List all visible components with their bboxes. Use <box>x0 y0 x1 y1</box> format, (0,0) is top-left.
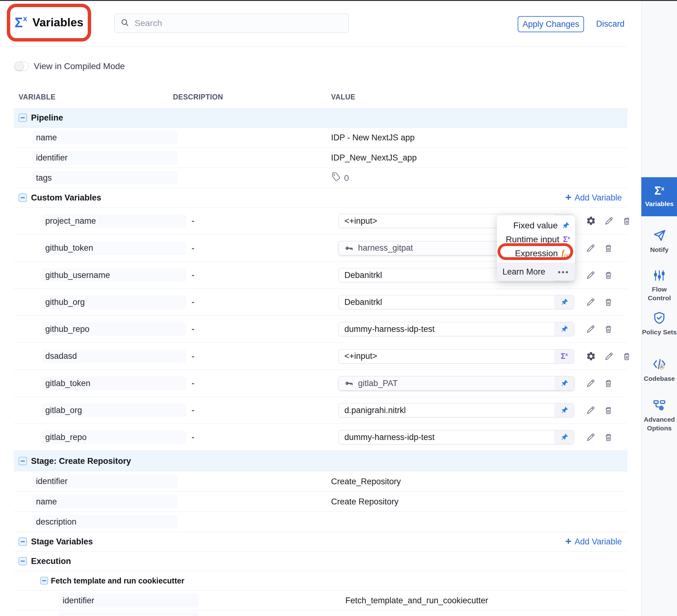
table-row: identifier Create_Repository <box>14 471 627 492</box>
table-row: gitlab_token - gitlab_PAT <box>14 370 627 397</box>
description-dash: - <box>191 297 194 307</box>
collapse-icon[interactable] <box>18 194 27 202</box>
edit-icon[interactable] <box>586 433 595 442</box>
gear-icon[interactable] <box>586 216 596 226</box>
delete-icon[interactable] <box>603 379 613 388</box>
delete-icon[interactable] <box>603 243 613 253</box>
variable-name-chip: gitlab_token <box>42 376 186 390</box>
sliders-icon <box>653 269 666 282</box>
learn-more-item[interactable]: Learn More ••• <box>497 263 575 281</box>
section-label: Stage Variables <box>31 537 93 547</box>
edit-icon[interactable] <box>586 243 595 253</box>
delete-icon[interactable] <box>622 216 631 226</box>
collapse-icon[interactable] <box>18 113 27 122</box>
section-row-stage: Stage: Create Repository <box>14 451 627 471</box>
menu-item-expression[interactable]: Expression f(x) <box>497 246 575 260</box>
sidebar-item-policy-sets[interactable]: Policy Sets <box>641 311 677 336</box>
value-input[interactable]: Debanitrkl <box>338 295 574 309</box>
variable-value: Create_Repository <box>331 477 401 486</box>
section-label: Custom Variables <box>31 193 101 203</box>
collapse-icon[interactable] <box>18 537 27 546</box>
edit-icon[interactable] <box>586 406 595 415</box>
variable-name-chip: name <box>32 131 178 144</box>
value-input[interactable]: d.panigrahi.nitrkl <box>338 403 574 417</box>
add-variable-button[interactable]: +Add Variable <box>566 536 622 547</box>
variable-name-chip: name <box>32 495 178 509</box>
collapse-icon[interactable] <box>18 457 27 465</box>
pin-icon[interactable] <box>554 322 574 336</box>
variables-table: Pipeline name IDP - New NextJS app ident… <box>14 108 627 616</box>
more-dots-icon: ••• <box>558 268 570 276</box>
tag-icon <box>331 172 341 184</box>
edit-icon[interactable] <box>586 379 595 388</box>
description-dash: - <box>191 379 194 388</box>
delete-icon[interactable] <box>603 406 613 415</box>
sidebar-item-codebase[interactable]: Codebase <box>641 357 677 383</box>
description-dash: - <box>191 243 194 253</box>
compiled-mode-toggle[interactable] <box>14 62 29 71</box>
pin-icon[interactable] <box>554 376 574 390</box>
section-row-fetch-template: Fetch template and run cookiecutter <box>14 571 627 590</box>
delete-icon[interactable] <box>603 433 613 442</box>
runtime-input-icon[interactable]: Σx <box>554 349 574 363</box>
shield-check-icon <box>652 311 666 325</box>
description-dash: - <box>191 324 194 334</box>
delete-icon[interactable] <box>603 297 613 307</box>
variable-name-chip: github_org <box>42 295 186 309</box>
edit-icon[interactable] <box>586 271 595 280</box>
table-row: description <box>14 512 627 532</box>
section-row-pipeline: Pipeline <box>14 108 627 128</box>
edit-icon[interactable] <box>586 324 595 334</box>
add-variable-button[interactable]: +Add Variable <box>566 192 622 203</box>
description-dash: - <box>191 271 194 280</box>
window-top-edge <box>0 0 677 1</box>
value-input[interactable]: dummy-harness-idp-test <box>338 430 574 444</box>
codebase-warning-icon <box>652 357 667 371</box>
right-sidebar: Σx Variables Notify Flow Control Policy … <box>641 0 677 616</box>
description-dash: - <box>191 216 194 226</box>
variable-name-chip: description <box>32 515 178 529</box>
variable-name-chip: github_repo <box>42 322 186 336</box>
sidebar-item-variables[interactable]: Σx Variables <box>641 177 677 216</box>
menu-item-fixed-value[interactable]: Fixed value <box>497 219 575 232</box>
pin-icon[interactable] <box>554 404 574 417</box>
value-input[interactable]: dummy-harness-idp-test <box>338 322 574 336</box>
secret-value-input[interactable]: gitlab_PAT <box>338 376 574 390</box>
gear-icon[interactable] <box>586 351 596 361</box>
variable-name-chip: dsadasd <box>42 349 186 363</box>
pin-icon[interactable] <box>554 430 574 444</box>
search-input[interactable] <box>135 18 343 28</box>
collapse-icon[interactable] <box>40 577 48 585</box>
delete-icon[interactable] <box>622 351 631 361</box>
sidebar-item-notify[interactable]: Notify <box>641 229 677 254</box>
sidebar-item-flow-control[interactable]: Flow Control <box>641 269 677 303</box>
section-label: Stage: Create Repository <box>31 456 131 466</box>
apply-changes-button[interactable]: Apply Changes <box>518 16 584 32</box>
table-row: github_org - Debanitrkl <box>14 289 627 316</box>
table-header: VARIABLE DESCRIPTION VALUE <box>0 93 627 103</box>
table-row: name IDP - New NextJS app <box>14 128 627 148</box>
menu-item-runtime-input[interactable]: Runtime input Σx <box>497 232 575 246</box>
section-label: Execution <box>31 557 71 566</box>
edit-icon[interactable] <box>604 216 614 226</box>
column-header-value: VALUE <box>331 93 355 101</box>
fx-icon: f(x) <box>562 248 570 258</box>
delete-icon[interactable] <box>603 271 613 280</box>
section-row-execution: Execution <box>14 552 627 571</box>
table-row: dsadasd - <+input> Σx <box>14 343 627 370</box>
sidebar-item-advanced-options[interactable]: Advanced Options <box>641 398 677 433</box>
compiled-mode-row: View in Compiled Mode <box>14 61 125 71</box>
search-icon <box>120 18 130 29</box>
table-row: name Create Repository <box>14 492 627 512</box>
table-row: gitlab_org - d.panigrahi.nitrkl <box>14 397 627 424</box>
delete-icon[interactable] <box>603 324 613 334</box>
key-icon <box>345 244 354 253</box>
discard-button[interactable]: Discard <box>596 19 625 29</box>
edit-icon[interactable] <box>604 351 614 361</box>
pin-icon[interactable] <box>554 295 574 309</box>
collapse-icon[interactable] <box>18 557 27 566</box>
section-row-stage-variables: Stage Variables +Add Variable <box>14 532 627 552</box>
search-box[interactable] <box>115 14 349 33</box>
edit-icon[interactable] <box>586 297 595 307</box>
value-input[interactable]: <+input> Σx <box>338 349 574 364</box>
